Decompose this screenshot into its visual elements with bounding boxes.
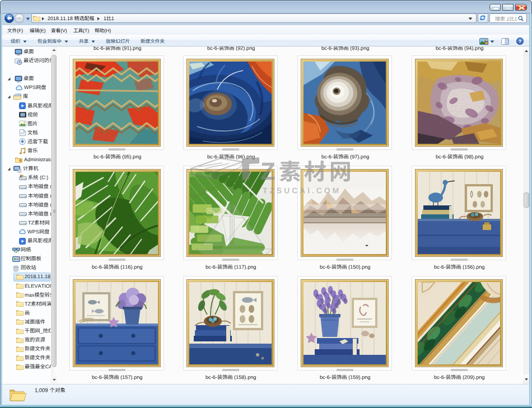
svg-text:?: ? [519, 38, 522, 44]
